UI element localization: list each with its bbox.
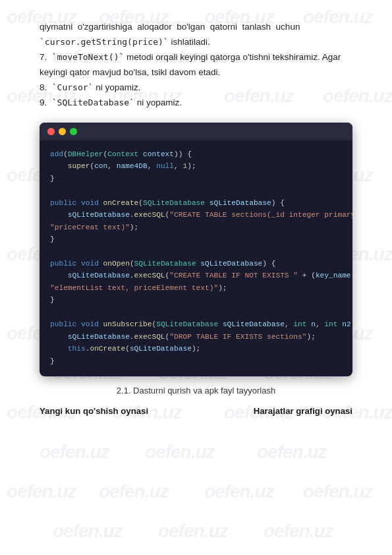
- page-content: qiymatni o'zgartirishiga aloqador bo'lga…: [0, 0, 392, 442]
- intro-text: qiymatni o'zgartirishiga aloqador bo'lga…: [40, 20, 352, 111]
- line-5: 8. `Cursor` ni yopamiz.: [40, 82, 140, 92]
- col-left-label: Yangi kun qo'shish oynasi: [40, 406, 196, 416]
- code-body: add(DBHelper(Context context)) { super(c…: [40, 140, 352, 377]
- minimize-dot: [59, 128, 66, 135]
- col-right-label: Harajatlar grafigi oynasi: [196, 406, 353, 416]
- line-1: qiymatni o'zgartirishiga aloqador bo'lga…: [40, 22, 300, 32]
- close-dot: [47, 128, 55, 135]
- line-2: `cursor.getString(price)` ishlatiladi.: [40, 37, 210, 47]
- two-col-labels: Yangi kun qo'shish oynasi Harajatlar gra…: [40, 406, 352, 416]
- line-3: 7. `moveToNext()` metodi orqali keyingi …: [40, 52, 341, 62]
- line-4: keyingi qator mavjud bo'lsa, tsikl davom…: [40, 67, 220, 77]
- line-6: 9. `SQLiteDatabase` ni yopamiz.: [40, 98, 182, 107]
- code-titlebar: [40, 123, 352, 140]
- figure-caption: 2.1. Dasturni qurish va apk fayl tayyorl…: [40, 386, 352, 395]
- code-window: add(DBHelper(Context context)) { super(c…: [40, 123, 352, 377]
- maximize-dot: [70, 128, 77, 135]
